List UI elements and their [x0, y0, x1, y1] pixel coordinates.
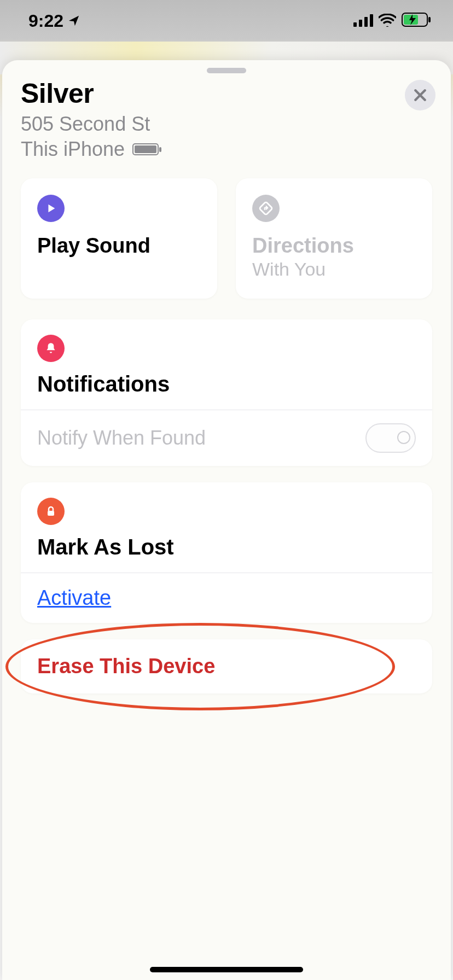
svg-rect-0: [353, 22, 357, 27]
notifications-header: Notifications: [21, 319, 432, 410]
lock-icon: [37, 498, 416, 525]
bell-icon: [37, 335, 416, 362]
svg-rect-6: [428, 17, 431, 22]
notify-when-found-toggle[interactable]: [365, 423, 416, 453]
notifications-section: Notifications Notify When Found: [21, 319, 432, 466]
battery-level-icon: [132, 143, 159, 155]
status-bar: 9:22: [0, 0, 453, 42]
notify-when-found-label: Notify When Found: [37, 427, 206, 450]
notify-when-found-row[interactable]: Notify When Found: [21, 410, 432, 466]
directions-card[interactable]: Directions With You: [236, 178, 432, 299]
wifi-icon: [379, 11, 396, 31]
play-sound-label: Play Sound: [37, 234, 201, 258]
actions-row: Play Sound Directions With You: [2, 172, 451, 315]
device-subtitle: This iPhone: [21, 138, 432, 161]
svg-rect-8: [48, 511, 54, 516]
status-left: 9:22: [28, 11, 80, 31]
location-arrow-icon: [68, 15, 80, 27]
svg-rect-1: [359, 20, 362, 27]
svg-rect-2: [364, 17, 368, 27]
mark-as-lost-header: Mark As Lost: [21, 482, 432, 573]
erase-device-label: Erase This Device: [37, 655, 416, 678]
directions-label: Directions: [252, 234, 416, 258]
device-detail-sheet: Silver 505 Second St This iPhone Play So…: [2, 60, 451, 980]
svg-rect-3: [370, 14, 373, 27]
home-indicator[interactable]: [150, 967, 303, 972]
mark-as-lost-title: Mark As Lost: [37, 535, 416, 559]
status-right: [353, 11, 431, 31]
activate-link[interactable]: Activate: [37, 586, 111, 610]
activate-row[interactable]: Activate: [21, 573, 432, 623]
device-address: 505 Second St: [21, 113, 432, 136]
directions-icon: [252, 195, 416, 222]
close-button[interactable]: [405, 80, 435, 110]
directions-sublabel: With You: [252, 259, 416, 280]
status-time: 9:22: [28, 11, 63, 31]
battery-icon: [402, 11, 431, 31]
sheet-header: Silver 505 Second St This iPhone: [2, 78, 451, 172]
device-subtitle-text: This iPhone: [21, 138, 125, 161]
cellular-icon: [353, 11, 373, 31]
close-icon: [413, 88, 427, 102]
mark-as-lost-section: Mark As Lost Activate: [21, 482, 432, 623]
play-sound-card[interactable]: Play Sound: [21, 178, 217, 299]
play-icon: [37, 195, 201, 222]
sheet-grabber[interactable]: [207, 68, 246, 73]
erase-device-card[interactable]: Erase This Device: [21, 639, 432, 693]
device-name: Silver: [21, 78, 432, 109]
notifications-title: Notifications: [37, 372, 416, 396]
